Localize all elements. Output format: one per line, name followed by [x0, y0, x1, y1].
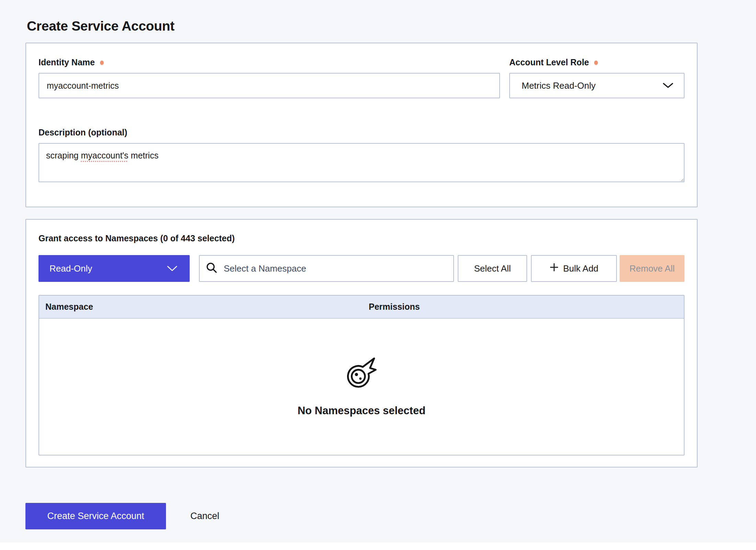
required-dot-icon — [100, 60, 104, 65]
search-icon — [206, 262, 218, 275]
account-level-role-select[interactable]: Metrics Read-Only — [509, 73, 685, 98]
account-level-role-field: Account Level Role Metrics Read-Only — [509, 57, 685, 98]
comet-icon — [346, 356, 377, 389]
namespaces-card: Grant access to Namespaces (0 of 443 sel… — [25, 219, 698, 468]
column-header-permissions: Permissions — [369, 302, 684, 312]
description-label-text: Description (optional) — [38, 128, 127, 138]
description-text-before: scraping — [46, 151, 81, 160]
identity-card: Identity Name Account Level Role Metrics… — [25, 43, 698, 207]
bulk-add-button[interactable]: Bulk Add — [531, 255, 617, 282]
remove-all-label: Remove All — [630, 263, 675, 274]
select-all-label: Select All — [474, 263, 511, 274]
namespaces-heading: Grant access to Namespaces (0 of 443 sel… — [38, 233, 685, 244]
account-level-role-label: Account Level Role — [509, 57, 685, 67]
identity-name-label: Identity Name — [38, 57, 500, 67]
plus-icon — [549, 263, 559, 274]
identity-name-input[interactable] — [38, 73, 500, 98]
description-text-after: metrics — [129, 151, 159, 160]
bottom-strip — [0, 542, 756, 550]
namespaces-table-empty-state: No Namespaces selected — [39, 319, 684, 455]
required-dot-icon — [594, 60, 598, 65]
cancel-button[interactable]: Cancel — [188, 510, 221, 522]
description-textarea[interactable]: scraping myaccount's metrics — [38, 143, 685, 182]
permission-role-value: Read-Only — [49, 263, 92, 274]
column-header-namespace: Namespace — [45, 302, 369, 312]
account-level-role-value: Metrics Read-Only — [522, 80, 596, 91]
description-field: Description (optional) scraping myaccoun… — [38, 127, 685, 182]
identity-name-label-text: Identity Name — [38, 57, 95, 67]
footer-actions: Create Service Account Cancel — [25, 503, 221, 529]
create-service-account-button[interactable]: Create Service Account — [25, 503, 166, 529]
bulk-add-label: Bulk Add — [563, 263, 599, 274]
description-label: Description (optional) — [38, 127, 685, 138]
identity-name-field: Identity Name — [38, 57, 500, 98]
account-level-role-label-text: Account Level Role — [509, 57, 589, 67]
chevron-down-icon — [167, 263, 177, 274]
chevron-down-icon — [663, 80, 674, 91]
select-all-button[interactable]: Select All — [458, 255, 527, 282]
permission-role-dropdown[interactable]: Read-Only — [38, 255, 190, 282]
namespaces-table: Namespace Permissions No Namespaces sele… — [38, 295, 685, 455]
namespaces-table-header: Namespace Permissions — [39, 296, 684, 319]
empty-state-text: No Namespaces selected — [298, 405, 425, 417]
description-misspelled-word: myaccount's — [81, 151, 128, 160]
page-title: Create Service Account — [27, 19, 175, 34]
remove-all-button[interactable]: Remove All — [620, 255, 685, 282]
namespace-search-input[interactable] — [223, 263, 447, 274]
namespace-search-box[interactable] — [199, 255, 454, 282]
